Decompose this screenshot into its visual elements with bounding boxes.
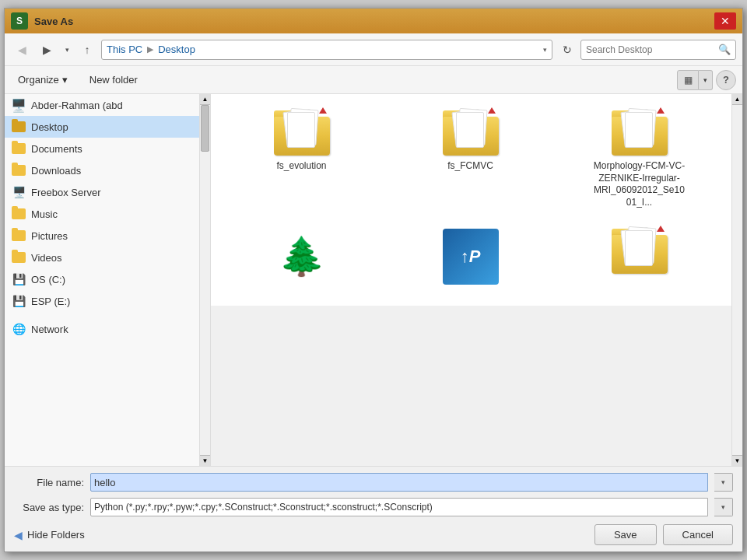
network-icon: 🌐 xyxy=(11,321,26,337)
save-as-dialog: S Save As ✕ ◀ ▶ ▾ ↑ This PC ▶ Desktop ▾ … xyxy=(4,8,743,552)
dialog-title: Save As xyxy=(34,16,73,27)
search-input[interactable] xyxy=(586,44,715,55)
sidebar-scroll-thumb[interactable] xyxy=(201,105,209,152)
history-dropdown[interactable]: ▾ xyxy=(61,40,73,60)
breadcrumb-separator: ▶ xyxy=(147,44,153,54)
file-item-fs-evolution[interactable]: fs_evolution xyxy=(220,103,383,215)
file-item-morphology[interactable]: Morphology-FCM-VC-ZERNIKE-Irregular-MRI_… xyxy=(558,103,721,215)
filetype-display[interactable]: Python (*.py;*.rpy;*.pyw;*.cpy;*.SConstr… xyxy=(90,498,708,516)
downloads-folder-icon xyxy=(11,163,26,178)
fs-fcmvc-label: fs_FCMVC xyxy=(447,160,493,173)
sidebar-scroll-down[interactable]: ▼ xyxy=(200,455,210,466)
sidebar-item-network[interactable]: 🌐 Network xyxy=(5,318,210,340)
pictures-folder-icon xyxy=(11,228,26,243)
file-item-mp[interactable]: ↑P xyxy=(389,222,552,296)
filetype-row: Save as type: Python (*.py;*.rpy;*.pyw;*… xyxy=(14,498,733,516)
sidebar-label-desktop: Desktop xyxy=(31,121,68,133)
filetype-dropdown[interactable]: ▾ xyxy=(714,498,733,516)
organize-label: Organize xyxy=(18,74,59,86)
refresh-button[interactable]: ↻ xyxy=(557,40,577,60)
freebox-icon: 🖥️ xyxy=(11,184,26,200)
fs-evolution-folder-icon xyxy=(274,110,330,156)
address-chevron-icon[interactable]: ▾ xyxy=(543,46,547,54)
toolbar2-right: ▦ ▾ ? xyxy=(677,70,736,90)
main-content: 🖥️ Abder-Rahman (abd Desktop Documents xyxy=(5,94,742,466)
sidebar-label-network: Network xyxy=(31,324,68,335)
sidebar-label-documents: Documents xyxy=(31,143,82,155)
sidebar-label-os-c: OS (C:) xyxy=(31,274,65,285)
file-area-scrollbar[interactable]: ▲ ▼ xyxy=(731,94,742,466)
title-bar: S Save As ✕ xyxy=(5,9,742,33)
save-button[interactable]: Save xyxy=(594,524,657,545)
sidebar-label-freebox: Freebox Server xyxy=(31,187,101,198)
organize-button[interactable]: Organize ▾ xyxy=(11,71,75,89)
sidebar-item-documents[interactable]: Documents xyxy=(5,138,210,159)
address-bar[interactable]: This PC ▶ Desktop ▾ xyxy=(101,40,552,60)
mp-app-icon: ↑P xyxy=(443,229,499,285)
videos-folder-icon xyxy=(11,250,26,265)
breadcrumb-desktop[interactable]: Desktop xyxy=(158,44,195,55)
cancel-button[interactable]: Cancel xyxy=(663,524,733,545)
music-folder-icon xyxy=(11,206,26,222)
filename-label: File name: xyxy=(14,477,84,488)
mp-text: ↑P xyxy=(461,247,481,267)
file-item-folder-small[interactable] xyxy=(558,222,721,296)
sidebar-scrollbar[interactable]: ▲ ▼ xyxy=(199,94,210,466)
file-area: fs_evolution xyxy=(211,94,742,306)
sidebar-label-pictures: Pictures xyxy=(31,230,68,242)
sidebar-label-downloads: Downloads xyxy=(31,165,81,177)
filetype-value: Python (*.py;*.rpy;*.pyw;*.cpy;*.SConstr… xyxy=(94,502,433,513)
sidebar-item-desktop[interactable]: Desktop xyxy=(5,116,210,138)
sidebar-item-videos[interactable]: Videos xyxy=(5,247,210,268)
hide-folders-label: Hide Folders xyxy=(27,529,85,541)
breadcrumb-this-pc[interactable]: This PC xyxy=(107,44,142,55)
file-scroll-up[interactable]: ▲ xyxy=(732,94,742,105)
filename-row: File name: ▾ xyxy=(14,473,733,492)
sidebar: 🖥️ Abder-Rahman (abd Desktop Documents xyxy=(5,94,211,466)
sidebar-item-user[interactable]: 🖥️ Abder-Rahman (abd xyxy=(5,94,210,116)
app-icon: S xyxy=(11,12,28,30)
bottom-area: File name: ▾ Save as type: Python (*.py;… xyxy=(5,466,742,551)
tree-game-icon: 🌲 xyxy=(274,229,330,285)
hide-folders-arrow-icon: ◀ xyxy=(14,529,23,541)
sidebar-label-esp-e: ESP (E:) xyxy=(31,296,70,307)
view-controls: ▦ ▾ xyxy=(677,70,713,90)
documents-folder-icon xyxy=(11,141,26,156)
organize-arrow-icon: ▾ xyxy=(62,74,68,86)
sidebar-scroll-up[interactable]: ▲ xyxy=(200,94,210,105)
close-button[interactable]: ✕ xyxy=(714,12,736,30)
file-item-tree[interactable]: 🌲 xyxy=(220,222,383,296)
sidebar-item-os-c[interactable]: 💾 OS (C:) xyxy=(5,268,210,290)
back-button[interactable]: ◀ xyxy=(11,40,33,60)
user-icon: 🖥️ xyxy=(11,97,26,113)
drive-e-icon: 💾 xyxy=(11,293,26,309)
file-item-fs-fcmvc[interactable]: fs_FCMVC xyxy=(389,103,552,215)
file-scroll-down[interactable]: ▼ xyxy=(732,455,742,466)
hide-folders-button[interactable]: ◀ Hide Folders xyxy=(14,529,85,541)
filetype-label: Save as type: xyxy=(14,502,84,513)
sidebar-item-freebox[interactable]: 🖥️ Freebox Server xyxy=(5,181,210,203)
search-icon: 🔍 xyxy=(718,44,731,55)
fs-evolution-label: fs_evolution xyxy=(276,160,326,173)
filename-input[interactable] xyxy=(90,473,708,492)
view-dropdown-button[interactable]: ▾ xyxy=(699,70,713,90)
forward-button[interactable]: ▶ xyxy=(36,40,58,60)
up-button[interactable]: ↑ xyxy=(76,40,98,60)
files-grid: fs_evolution xyxy=(220,103,721,296)
fs-fcmvc-folder-icon xyxy=(443,110,499,156)
new-folder-button[interactable]: New folder xyxy=(81,71,146,89)
help-button[interactable]: ? xyxy=(716,70,736,90)
desktop-folder-icon xyxy=(11,119,26,135)
morphology-folder-icon xyxy=(612,110,668,156)
sidebar-label-videos: Videos xyxy=(31,252,62,264)
sidebar-item-music[interactable]: Music xyxy=(5,203,210,225)
sidebar-item-pictures[interactable]: Pictures xyxy=(5,225,210,247)
sidebar-item-downloads[interactable]: Downloads xyxy=(5,159,210,181)
sidebar-item-esp-e[interactable]: 💾 ESP (E:) xyxy=(5,290,210,312)
filename-dropdown[interactable]: ▾ xyxy=(714,473,733,492)
sidebar-label-user: Abder-Rahman (abd xyxy=(31,100,123,111)
file-area-container: fs_evolution xyxy=(211,94,742,466)
buttons-row: ◀ Hide Folders Save Cancel xyxy=(14,524,733,545)
view-icon-button[interactable]: ▦ xyxy=(677,70,699,90)
search-box[interactable]: 🔍 xyxy=(580,40,736,60)
